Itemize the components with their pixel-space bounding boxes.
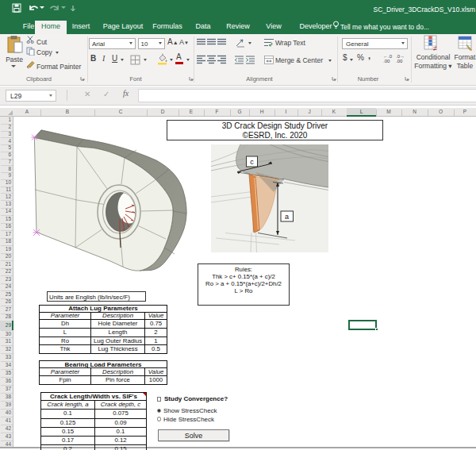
svg-text:≠: ≠ <box>433 44 437 52</box>
svg-text:c: c <box>250 158 254 166</box>
svg-text:a: a <box>285 213 289 221</box>
